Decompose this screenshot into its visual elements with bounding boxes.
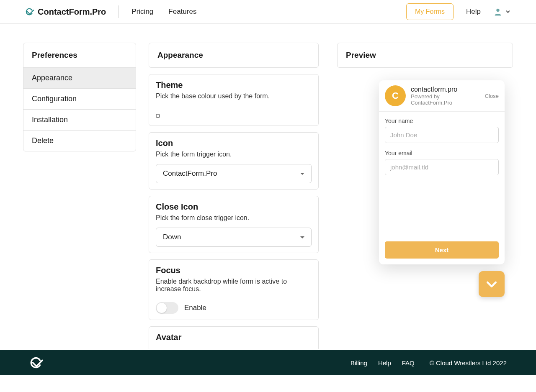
focus-card: Focus Enable dark backdrop while form is…	[149, 259, 319, 320]
widget-trigger-button[interactable]	[479, 271, 505, 297]
close-icon-select[interactable]: Down	[156, 228, 312, 247]
widget-header: C contactform.pro Powered by ContactForm…	[379, 80, 505, 112]
icon-card: Icon Pick the form trigger icon. Contact…	[149, 132, 319, 190]
caret-down-icon	[300, 236, 304, 238]
footer-right: Billing Help FAQ © Cloud Wrestlers Ltd 2…	[350, 359, 507, 366]
footer-faq[interactable]: FAQ	[402, 359, 415, 366]
icon-title: Icon	[156, 138, 312, 148]
icon-select[interactable]: ContactForm.Pro	[156, 164, 312, 183]
email-input[interactable]	[385, 159, 499, 175]
widget-footer: Next	[379, 237, 505, 264]
focus-title: Focus	[156, 266, 312, 275]
my-forms-button[interactable]: My Forms	[406, 3, 454, 20]
widget-title: contactform.pro	[411, 86, 480, 93]
avatar-title: Avatar	[156, 333, 312, 342]
name-input[interactable]	[385, 127, 499, 143]
caret-down-icon	[300, 173, 304, 175]
logo-icon	[25, 7, 34, 16]
header: ContactForm.Pro Pricing Features My Form…	[0, 0, 536, 24]
preview-column: Preview C contactform.pro Powered by Con…	[337, 43, 513, 350]
content-header: Appearance	[149, 43, 318, 67]
footer-billing[interactable]: Billing	[350, 359, 367, 366]
sidebar-title: Preferences	[23, 43, 136, 68]
next-button[interactable]: Next	[385, 241, 499, 259]
field-label-email: Your email	[385, 150, 499, 156]
sidebar-item-appearance[interactable]: Appearance	[23, 68, 136, 89]
chevron-down-icon	[484, 277, 499, 291]
avatar-card: Avatar	[149, 326, 319, 349]
close-icon-card: Close Icon Pick the form close trigger i…	[149, 196, 319, 253]
theme-desc: Pick the base colour used by the form.	[156, 92, 312, 100]
widget-subtitle: Powered by ContactForm.Pro	[411, 93, 480, 106]
footer-logo-icon	[29, 356, 44, 370]
sidebar-panel: Preferences Appearance Configuration Ins…	[23, 43, 136, 151]
focus-toggle-label: Enable	[184, 304, 206, 312]
sidebar: Preferences Appearance Configuration Ins…	[23, 43, 136, 350]
sidebar-item-delete[interactable]: Delete	[23, 131, 136, 151]
footer-copyright: © Cloud Wrestlers Ltd 2022	[430, 359, 507, 366]
preview-area: C contactform.pro Powered by ContactForm…	[337, 80, 513, 297]
sidebar-item-installation[interactable]: Installation	[23, 110, 136, 131]
brand-name: ContactForm.Pro	[38, 7, 106, 17]
focus-desc: Enable dark backdrop while form is activ…	[156, 278, 312, 293]
close-icon-desc: Pick the form close trigger icon.	[156, 214, 312, 222]
nav-features[interactable]: Features	[168, 8, 196, 16]
sidebar-item-configuration[interactable]: Configuration	[23, 89, 136, 110]
nav-pricing[interactable]: Pricing	[131, 8, 153, 16]
svg-point-0	[496, 9, 499, 12]
theme-card: Theme Pick the base colour used by the f…	[149, 74, 319, 126]
help-link[interactable]: Help	[466, 8, 481, 16]
content-header-card: Appearance	[149, 43, 319, 68]
footer: Billing Help FAQ © Cloud Wrestlers Ltd 2…	[0, 350, 536, 375]
toggle-knob	[157, 303, 167, 313]
main: Preferences Appearance Configuration Ins…	[0, 24, 536, 350]
theme-color-swatch[interactable]	[156, 114, 160, 118]
widget-close-button[interactable]: Close	[485, 93, 499, 99]
header-right: My Forms Help	[406, 3, 511, 20]
preview-header: Preview	[337, 43, 513, 68]
footer-help[interactable]: Help	[378, 359, 391, 366]
widget-avatar: C	[385, 85, 406, 106]
form-widget: C contactform.pro Powered by ContactForm…	[379, 80, 505, 264]
widget-body: Your name Your email	[379, 112, 505, 237]
content-scroll[interactable]: Appearance Theme Pick the base colour us…	[149, 43, 325, 349]
close-icon-title: Close Icon	[156, 202, 312, 212]
user-menu[interactable]	[493, 7, 511, 16]
icon-select-value: ContactForm.Pro	[163, 169, 217, 178]
user-icon	[493, 7, 502, 16]
close-icon-select-value: Down	[163, 233, 181, 241]
field-label-name: Your name	[385, 118, 499, 124]
content-column: Appearance Theme Pick the base colour us…	[149, 43, 325, 350]
header-divider	[119, 5, 119, 18]
focus-toggle[interactable]	[156, 302, 178, 314]
logo[interactable]: ContactForm.Pro	[25, 7, 106, 17]
icon-desc: Pick the form trigger icon.	[156, 151, 312, 158]
theme-title: Theme	[156, 80, 312, 90]
widget-header-text: contactform.pro Powered by ContactForm.P…	[411, 86, 480, 106]
chevron-down-icon	[505, 9, 511, 15]
